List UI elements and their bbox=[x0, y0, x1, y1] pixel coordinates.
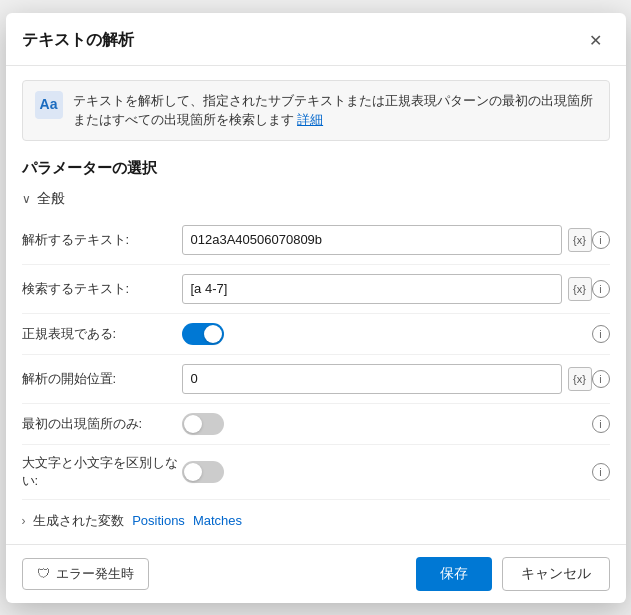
footer-right: 保存 キャンセル bbox=[416, 557, 610, 591]
var-btn-start-pos[interactable]: {x} bbox=[568, 367, 592, 391]
info-box-text: テキストを解析して、指定されたサブテキストまたは正規表現パターンの最初の出現箇所… bbox=[73, 91, 597, 130]
matches-var-pill[interactable]: Matches bbox=[193, 513, 242, 528]
label-first-only: 最初の出現箇所のみ: bbox=[22, 415, 182, 433]
info-icon-parse-text[interactable]: i bbox=[592, 231, 610, 249]
form-row-first-only: 最初の出現箇所のみ: i bbox=[22, 404, 610, 445]
form-row-parse-text: 解析するテキスト: {x} i bbox=[22, 216, 610, 265]
form-row-start-pos: 解析の開始位置: {x} i bbox=[22, 355, 610, 404]
params-section-title: パラメーターの選択 bbox=[6, 155, 626, 186]
toggle-regex[interactable] bbox=[182, 323, 224, 345]
error-button-label: エラー発生時 bbox=[56, 565, 134, 583]
info-box-link[interactable]: 詳細 bbox=[297, 112, 323, 127]
cancel-button[interactable]: キャンセル bbox=[502, 557, 610, 591]
input-parse-text[interactable] bbox=[182, 225, 562, 255]
label-regex: 正規表現である: bbox=[22, 325, 182, 343]
info-icon-case-insensitive[interactable]: i bbox=[592, 463, 610, 481]
toggle-track-regex bbox=[182, 323, 224, 345]
toggle-case-insensitive[interactable] bbox=[182, 461, 224, 483]
control-parse-text: {x} bbox=[182, 225, 592, 255]
form-body: 解析するテキスト: {x} i 検索するテキスト: {x} i 正規表現である: bbox=[6, 216, 626, 500]
input-start-pos[interactable] bbox=[182, 364, 562, 394]
var-btn-parse-text[interactable]: {x} bbox=[568, 228, 592, 252]
error-button[interactable]: 🛡 エラー発生時 bbox=[22, 558, 149, 590]
footer: 🛡 エラー発生時 保存 キャンセル bbox=[6, 544, 626, 603]
toggle-track-case-insensitive bbox=[182, 461, 224, 483]
control-regex bbox=[182, 323, 592, 345]
save-button[interactable]: 保存 bbox=[416, 557, 492, 591]
info-box-icon: Aa bbox=[35, 91, 63, 119]
dialog-title: テキストの解析 bbox=[22, 30, 134, 51]
generated-vars-label: › 生成された変数 bbox=[22, 512, 125, 530]
info-box: Aa テキストを解析して、指定されたサブテキストまたは正規表現パターンの最初の出… bbox=[22, 80, 610, 141]
positions-var-pill[interactable]: Positions bbox=[132, 513, 185, 528]
close-button[interactable]: ✕ bbox=[582, 27, 610, 55]
control-first-only bbox=[182, 413, 592, 435]
toggle-knob-first-only bbox=[184, 415, 202, 433]
shield-icon: 🛡 bbox=[37, 566, 50, 581]
toggle-track-first-only bbox=[182, 413, 224, 435]
label-parse-text: 解析するテキスト: bbox=[22, 231, 182, 249]
dialog: テキストの解析 ✕ Aa テキストを解析して、指定されたサブテキストまたは正規表… bbox=[6, 13, 626, 603]
label-case-insensitive: 大文字と小文字を区別しない: bbox=[22, 454, 182, 490]
input-search-text[interactable] bbox=[182, 274, 562, 304]
info-icon-first-only[interactable]: i bbox=[592, 415, 610, 433]
toggle-first-only[interactable] bbox=[182, 413, 224, 435]
chevron-down-icon: ∨ bbox=[22, 192, 31, 206]
var-btn-search-text[interactable]: {x} bbox=[568, 277, 592, 301]
toggle-knob-case-insensitive bbox=[184, 463, 202, 481]
form-row-case-insensitive: 大文字と小文字を区別しない: i bbox=[22, 445, 610, 500]
generated-vars-row: › 生成された変数 Positions Matches bbox=[6, 500, 626, 540]
form-row-search-text: 検索するテキスト: {x} i bbox=[22, 265, 610, 314]
info-icon-regex[interactable]: i bbox=[592, 325, 610, 343]
title-bar: テキストの解析 ✕ bbox=[6, 13, 626, 66]
info-icon-start-pos[interactable]: i bbox=[592, 370, 610, 388]
general-section-label: 全般 bbox=[37, 190, 65, 208]
form-row-regex: 正規表現である: i bbox=[22, 314, 610, 355]
control-start-pos: {x} bbox=[182, 364, 592, 394]
toggle-knob-regex bbox=[204, 325, 222, 343]
control-search-text: {x} bbox=[182, 274, 592, 304]
control-case-insensitive bbox=[182, 461, 592, 483]
label-start-pos: 解析の開始位置: bbox=[22, 370, 182, 388]
general-section-header[interactable]: ∨ 全般 bbox=[6, 186, 626, 216]
info-icon-search-text[interactable]: i bbox=[592, 280, 610, 298]
label-search-text: 検索するテキスト: bbox=[22, 280, 182, 298]
